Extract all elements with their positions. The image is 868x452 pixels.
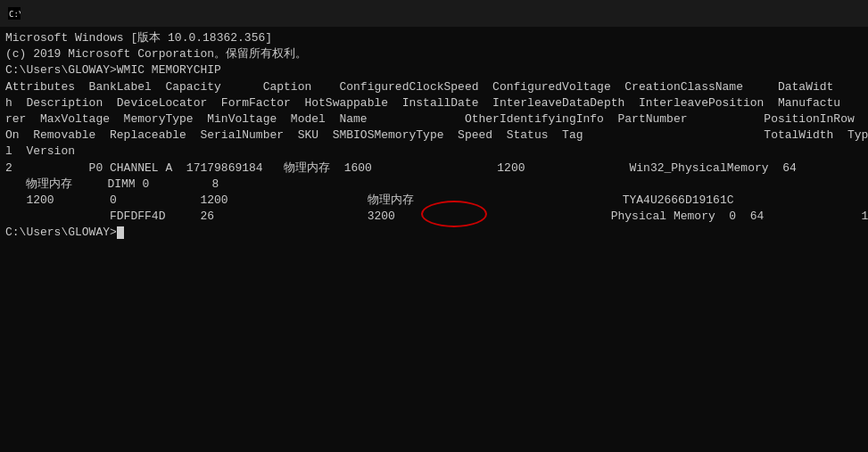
terminal-line: C:\Users\GLOWAY>WMIC MEMORYCHIP [5,62,863,78]
terminal-line: On Removable Replaceable SerialNumber SK… [5,127,863,144]
window-controls [738,0,861,27]
terminal-line: l Version [5,144,863,160]
minimize-button[interactable] [738,0,779,27]
terminal-line: rer MaxVoltage MemoryType MinVoltage Mod… [5,111,863,127]
svg-text:C:\: C:\ [9,10,21,19]
cursor [117,226,124,239]
title-bar-left: C:\ [7,6,27,21]
close-button[interactable] [820,0,861,27]
terminal-line: FDFDFF4D 26 3200 Physical Memory 0 64 16… [5,209,863,225]
terminal-line: 2 P0 CHANNEL A 17179869184 物理内存 1600 120… [5,160,863,177]
terminal-line: 1200 0 1200 物理内存 TYA4U2666D19161C [5,193,863,209]
restore-button[interactable] [779,0,820,27]
title-bar: C:\ [0,0,868,27]
terminal-line: (c) 2019 Microsoft Corporation。保留所有权利。 [5,46,863,62]
terminal-line: C:\Users\GLOWAY> [5,225,863,241]
terminal-line: Attributes BankLabel Capacity Caption Co… [5,79,863,95]
terminal-body[interactable]: Microsoft Windows [版本 10.0.18362.356](c)… [0,27,868,452]
terminal-line: h Description DeviceLocator FormFactor H… [5,95,863,111]
cmd-icon: C:\ [7,6,21,21]
cmd-window: C:\ Microsoft Windows [版本 10.0.18362.356… [0,0,868,452]
terminal-line: 物理内存 DIMM 0 8 Unknown [5,177,863,193]
terminal-line: Microsoft Windows [版本 10.0.18362.356] [5,30,863,46]
